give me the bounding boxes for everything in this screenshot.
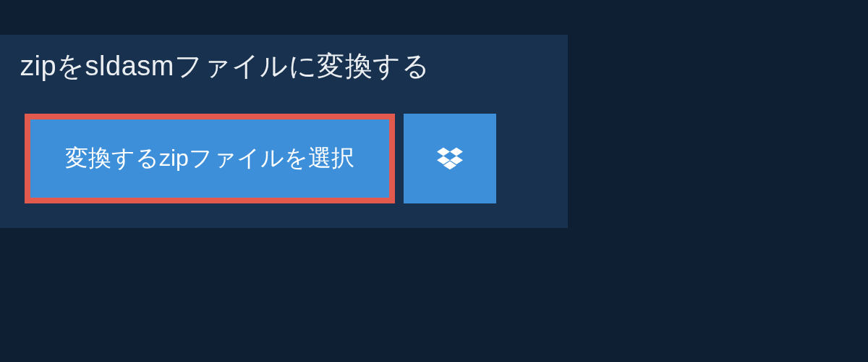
select-file-button[interactable]: 変換するzipファイルを選択 — [25, 114, 395, 203]
page-title: zipをsldasmファイルに変換する — [20, 48, 472, 85]
select-file-button-label: 変換するzipファイルを選択 — [65, 143, 354, 174]
dropbox-icon — [437, 147, 463, 170]
dropbox-button[interactable] — [404, 114, 496, 203]
button-row: 変換するzipファイルを選択 — [0, 93, 568, 228]
heading-wrap: zipをsldasmファイルに変換する — [0, 35, 492, 93]
converter-panel: zipをsldasmファイルに変換する 変換するzipファイルを選択 — [0, 35, 568, 228]
